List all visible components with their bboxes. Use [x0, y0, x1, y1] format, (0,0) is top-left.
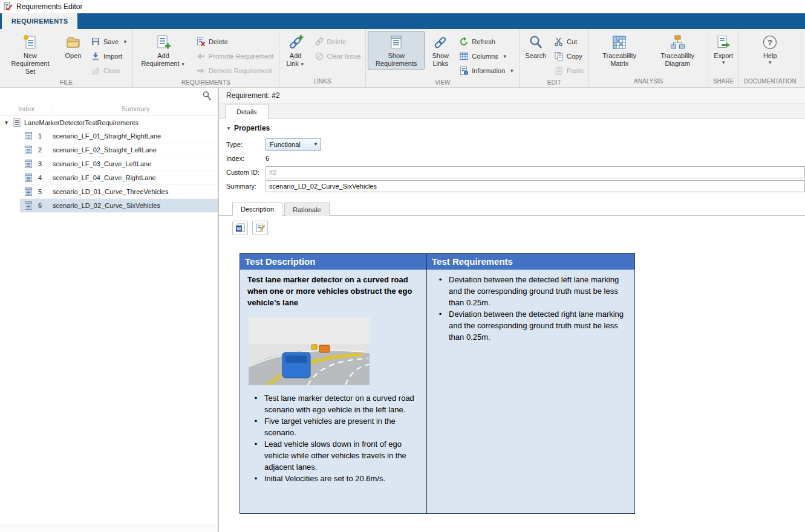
close-button[interactable]: Close — [88, 63, 131, 78]
column-header-index[interactable]: Index — [0, 103, 53, 115]
group-label-analysis: ANALYSIS — [591, 77, 706, 87]
tree-expander-icon[interactable]: ▼ — [4, 120, 10, 126]
show-requirements-button[interactable]: Show Requirements — [368, 31, 425, 70]
delete-requirement-button[interactable]: Delete — [193, 34, 277, 49]
svg-text:?: ? — [768, 38, 772, 47]
type-dropdown[interactable]: Functional ▼ — [266, 138, 321, 151]
new-requirement-set-button[interactable]: New Requirement Set — [2, 31, 59, 77]
traceability-matrix-icon — [611, 34, 627, 50]
requirement-summary: scenario_LD_01_Curve_ThreeVehicles — [53, 188, 218, 195]
properties-section-header[interactable]: ▼ Properties — [226, 124, 805, 132]
table-row[interactable]: 1 scenario_LF_01_Straight_RightLane — [0, 129, 218, 143]
add-link-icon — [288, 34, 304, 50]
description-table: Test Description Test Requirements Test … — [240, 253, 635, 514]
tree-rows: ▼ LaneMarkerDetectorTestRequirements — [0, 115, 218, 525]
tab-requirements[interactable]: REQUIREMENTS — [2, 13, 77, 29]
tree-root-row[interactable]: ▼ LaneMarkerDetectorTestRequirements — [0, 115, 218, 129]
group-label-file: FILE — [2, 78, 131, 88]
requirement-summary: scenario_LF_01_Straight_RightLane — [53, 132, 218, 140]
search-label: Search — [525, 52, 546, 60]
requirement-index: 3 — [33, 160, 53, 167]
list-item: • Five target vehicles are present in th… — [247, 415, 422, 438]
add-requirement-button[interactable]: Add Requirement▼ — [135, 31, 192, 70]
show-links-button[interactable]: Show Links — [426, 31, 455, 70]
word-document-icon: W — [235, 223, 245, 233]
copy-button[interactable]: Copy — [551, 49, 587, 63]
table-row-selected[interactable]: 6 scenario_LD_02_Curve_SixVehicles — [0, 199, 218, 213]
table-row[interactable]: 2 scenario_LF_02_Straight_LeftLane — [0, 143, 218, 157]
delete-link-button[interactable]: Delete — [311, 34, 364, 49]
ribbon-group-links: Add Link▼ Delete — [279, 29, 367, 87]
search-button[interactable]: Search — [521, 31, 550, 62]
requirement-index: 4 — [33, 174, 53, 181]
test-requirements-header: Test Requirements — [427, 254, 634, 270]
bullet-icon: • — [432, 274, 449, 308]
traceability-diagram-button[interactable]: Traceability Diagram — [649, 31, 706, 70]
requirement-summary: scenario_LF_04_Curve_RightLane — [53, 174, 218, 181]
index-field-row: Index: 6 — [226, 151, 805, 165]
refresh-button[interactable]: Refresh — [456, 34, 517, 49]
clear-issue-button[interactable]: Clear Issue — [311, 49, 364, 63]
columns-button[interactable]: Columns ▼ — [456, 49, 517, 63]
information-button[interactable]: Information ▼ — [456, 63, 517, 78]
summary-field-row: Summary: — [226, 179, 805, 193]
ribbon-group-analysis: Traceability Matrix Traceability Diagram… — [589, 29, 708, 87]
delete-requirement-label: Delete — [209, 38, 228, 45]
open-in-word-button[interactable]: W — [232, 221, 248, 235]
help-icon: ? — [762, 34, 778, 50]
ribbon-group-share: Export ▼ SHARE — [708, 29, 739, 87]
table-row[interactable]: 4 scenario_LF_04_Curve_RightLane — [0, 171, 218, 185]
column-header-summary[interactable]: Summary — [53, 103, 218, 115]
add-requirement-dropdown-arrow-icon: ▼ — [181, 62, 186, 67]
bullet-icon: • — [432, 308, 449, 343]
test-description-bullets: • Test lane marker detector on a curved … — [247, 392, 422, 484]
export-button[interactable]: Export ▼ — [710, 31, 737, 68]
tree-search-filter-button[interactable] — [201, 90, 213, 101]
save-button[interactable]: Save ▼ — [88, 34, 131, 49]
copy-label: Copy — [567, 53, 582, 60]
import-icon — [91, 51, 100, 61]
paste-icon — [554, 66, 564, 76]
demote-requirement-button[interactable]: Demote Requirement — [193, 63, 277, 78]
open-button[interactable]: Open — [60, 31, 86, 62]
window-title: Requirements Editor — [16, 2, 82, 11]
cut-button[interactable]: Cut — [551, 34, 587, 49]
ribbon-group-edit: Search Cut — [520, 29, 589, 87]
table-row[interactable]: 5 scenario_LD_01_Curve_ThreeVehicles — [0, 185, 218, 199]
group-label-requirements: REQUIREMENTS — [135, 78, 277, 88]
help-button[interactable]: ? Help ▼ — [757, 31, 783, 68]
edit-description-button[interactable] — [252, 221, 268, 235]
show-links-icon — [432, 34, 448, 50]
import-button[interactable]: Import — [88, 49, 131, 63]
promote-requirement-label: Promote Requirement — [209, 53, 274, 60]
tab-rationale[interactable]: Rationale — [284, 203, 329, 216]
index-label: Index: — [226, 155, 266, 162]
tab-description[interactable]: Description — [232, 203, 282, 216]
type-label: Type: — [226, 141, 266, 148]
index-value: 6 — [266, 155, 269, 162]
traceability-matrix-button[interactable]: Traceability Matrix — [591, 31, 648, 70]
description-toolbar: W — [232, 221, 805, 235]
import-label: Import — [103, 53, 122, 60]
toolstrip-tab-bar: REQUIREMENTS — [0, 13, 805, 29]
list-item: • Deviation between the detected left la… — [432, 274, 628, 308]
promote-requirement-button[interactable]: Promote Requirement — [193, 49, 277, 63]
requirement-header-text: Requirement: #2 — [226, 91, 280, 100]
paste-button[interactable]: Paste — [551, 63, 587, 78]
summary-input[interactable] — [266, 180, 805, 192]
table-row[interactable]: 3 scenario_LF_03_Curve_LeftLane — [0, 157, 218, 171]
information-label: Information — [472, 67, 505, 74]
requirement-index: 6 — [33, 202, 53, 209]
add-link-button[interactable]: Add Link▼ — [281, 31, 310, 70]
ribbon-group-requirements: Add Requirement▼ Delete Promot — [133, 29, 279, 87]
tree-root-label: LaneMarkerDetectorTestRequirements — [24, 119, 139, 126]
clear-issue-icon — [315, 51, 324, 61]
custom-id-input[interactable] — [266, 166, 805, 178]
test-description-header: Test Description — [240, 254, 427, 270]
ribbon-group-documentation: ? Help ▼ DOCUMENTATION — [739, 29, 801, 87]
test-description-cell: Test lane marker detector on a curved ro… — [240, 270, 427, 513]
tab-details[interactable]: Details — [225, 105, 269, 118]
edit-document-icon — [255, 223, 265, 233]
test-description-intro: Test lane marker detector on a curved ro… — [247, 274, 422, 308]
requirement-summary: scenario_LF_03_Curve_LeftLane — [53, 160, 218, 167]
